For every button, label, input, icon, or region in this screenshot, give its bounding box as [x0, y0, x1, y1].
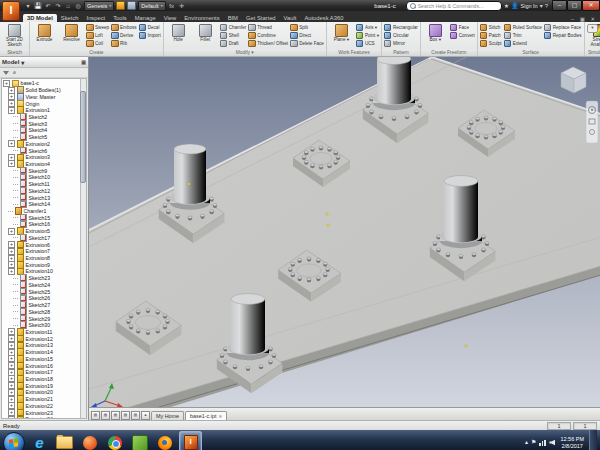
replace-face-button[interactable]: Replace Face: [544, 24, 582, 31]
expand-icon[interactable]: +: [8, 416, 15, 419]
point-button[interactable]: Point ▾: [356, 32, 379, 39]
freeform-face-button[interactable]: Face: [450, 24, 475, 31]
thread-button[interactable]: Thread: [248, 24, 288, 31]
tree-item-extrusion4[interactable]: +Extrusion4: [8, 161, 80, 168]
tree-item-extrusion24[interactable]: +Extrusion24: [8, 416, 80, 419]
draft-button[interactable]: Draft: [220, 40, 247, 47]
trim-button[interactable]: Trim: [504, 32, 542, 39]
redo-icon[interactable]: ↷: [54, 2, 62, 10]
tree-item-sketch6[interactable]: Sketch6: [13, 147, 80, 154]
tree-item-extrusion5[interactable]: +Extrusion5: [8, 228, 80, 235]
tree-item-extrusion16[interactable]: +Extrusion16: [8, 362, 80, 369]
material-dropdown[interactable]: Genesis▾: [84, 1, 114, 11]
appearance-dropdown[interactable]: Default▾: [138, 1, 165, 11]
freeform-convert-button[interactable]: Convert: [450, 32, 475, 39]
axis-button[interactable]: Axis ▾: [356, 24, 379, 31]
tab-tools[interactable]: Tools: [109, 14, 131, 23]
appearance-swatch-icon[interactable]: [127, 1, 136, 10]
sweep-button[interactable]: Sweep: [86, 24, 109, 31]
minimize-button[interactable]: –: [552, 0, 567, 11]
tab-vault[interactable]: Vault: [280, 14, 301, 23]
navigation-bar[interactable]: [586, 101, 598, 143]
loft-button[interactable]: Loft: [86, 32, 109, 39]
revolve-button[interactable]: Revolve: [59, 23, 84, 49]
work-point[interactable]: [465, 345, 467, 347]
circular-pattern-button[interactable]: Circular: [384, 32, 418, 39]
patch-button[interactable]: Patch: [480, 32, 502, 39]
taskbar-clock[interactable]: 12:56 PM 2/8/2017: [560, 436, 584, 450]
sculpt-button[interactable]: Sculpt: [480, 40, 502, 47]
close-tab-icon[interactable]: ✕: [218, 414, 222, 419]
plane-button[interactable]: Plane ▾: [329, 23, 354, 49]
tab-3d-model[interactable]: 3D Model: [23, 14, 57, 23]
tab-environments[interactable]: Environments: [180, 14, 223, 23]
media-player-taskbar-button[interactable]: [79, 432, 100, 450]
tree-item-extrusion6[interactable]: +Extrusion6: [8, 241, 80, 248]
save-icon[interactable]: 💾: [34, 2, 42, 10]
3d-viewport[interactable]: ▦▦▦▦▦▲My Homebase1-c.ipt✕: [89, 57, 600, 420]
viewport-layout-button[interactable]: ▦: [91, 411, 100, 420]
application-menu-button[interactable]: I: [2, 1, 20, 21]
sign-in-button[interactable]: Sign In: [521, 3, 538, 9]
viewport-layout-button[interactable]: ▦: [131, 411, 140, 420]
emboss-button[interactable]: Emboss: [111, 24, 137, 31]
browser-header[interactable]: Model▾ ▣: [0, 57, 88, 68]
tree-item-extrusion23[interactable]: +Extrusion23: [8, 409, 80, 416]
ribbon-collapse-button[interactable]: ▾: [587, 24, 598, 33]
tree-item-chamfer1[interactable]: Chamfer1: [8, 208, 80, 215]
network-icon[interactable]: [539, 440, 546, 446]
thicken-offset-button[interactable]: Thicken/ Offset: [248, 40, 288, 47]
coil-button[interactable]: Coil: [86, 40, 109, 47]
expand-icon[interactable]: +: [8, 228, 15, 235]
rib-button[interactable]: Rib: [111, 40, 137, 47]
extend-button[interactable]: Extend: [504, 40, 542, 47]
expand-icon[interactable]: +: [8, 268, 15, 275]
measure-icon[interactable]: ✛: [178, 2, 186, 10]
document-tab-base1-c-ipt[interactable]: base1-c.ipt✕: [185, 411, 227, 420]
help-search-input[interactable]: Search Help & Commands...: [406, 1, 502, 11]
windows-explorer-taskbar-button[interactable]: [54, 432, 75, 450]
start-button[interactable]: [3, 432, 25, 450]
tab-bar-expand-button[interactable]: ▲: [141, 411, 150, 420]
maximize-button[interactable]: ▢: [567, 0, 582, 11]
filter-icon[interactable]: [3, 71, 9, 75]
tab-autodesk-a360[interactable]: Autodesk A360: [300, 14, 347, 23]
find-icon[interactable]: ⌕: [13, 69, 16, 76]
action-center-flag-icon[interactable]: ⚑: [531, 430, 536, 450]
viewport-layout-button[interactable]: ▦: [121, 411, 130, 420]
close-button[interactable]: ✕: [582, 0, 600, 11]
import-button[interactable]: Import: [139, 32, 161, 39]
tree-scrollbar[interactable]: [80, 79, 86, 418]
freeform-box-button[interactable]: Box ▾: [423, 23, 448, 49]
work-point[interactable]: [188, 183, 190, 185]
mirror-button[interactable]: Mirror: [384, 40, 418, 47]
qat-menu-arrow-icon[interactable]: ▾: [24, 2, 32, 10]
tab-inspect[interactable]: Inspect: [83, 14, 110, 23]
work-point[interactable]: [326, 213, 328, 215]
firefox-taskbar-button[interactable]: [154, 432, 175, 450]
chrome-taskbar-button[interactable]: [104, 432, 125, 450]
volume-icon[interactable]: [549, 440, 555, 446]
green-app-taskbar-button[interactable]: [129, 432, 150, 450]
fx-parameters-icon[interactable]: fx: [168, 2, 176, 10]
undo-icon[interactable]: ↶: [44, 2, 52, 10]
tree-item-extrusion10[interactable]: +Extrusion10: [8, 268, 80, 275]
delete-face-button[interactable]: Delete Face: [290, 40, 324, 47]
tree-item-extrusion2[interactable]: +Extrusion2: [8, 140, 80, 147]
tab-view[interactable]: View: [160, 14, 180, 23]
expand-icon[interactable]: +: [8, 160, 15, 167]
3d-viewport-canvas[interactable]: [89, 57, 600, 409]
shell-button[interactable]: Shell: [220, 32, 247, 39]
chamfer-button[interactable]: Chamfer: [220, 24, 247, 31]
material-color-icon[interactable]: [116, 1, 125, 10]
expand-icon[interactable]: +: [8, 140, 15, 147]
orbit-icon[interactable]: ◎: [74, 2, 82, 10]
tab-manage[interactable]: Manage: [131, 14, 160, 23]
star-favorites-icon[interactable]: ★: [504, 2, 509, 10]
stitch-button[interactable]: Stitch: [480, 24, 502, 31]
ucs-button[interactable]: UCS: [356, 40, 379, 47]
browser-options-icon[interactable]: ▣: [81, 59, 86, 65]
fillet-button[interactable]: Fillet: [193, 23, 218, 49]
tree-item-extrusion1[interactable]: +Extrusion1: [8, 107, 80, 114]
split-button[interactable]: Split: [290, 24, 324, 31]
